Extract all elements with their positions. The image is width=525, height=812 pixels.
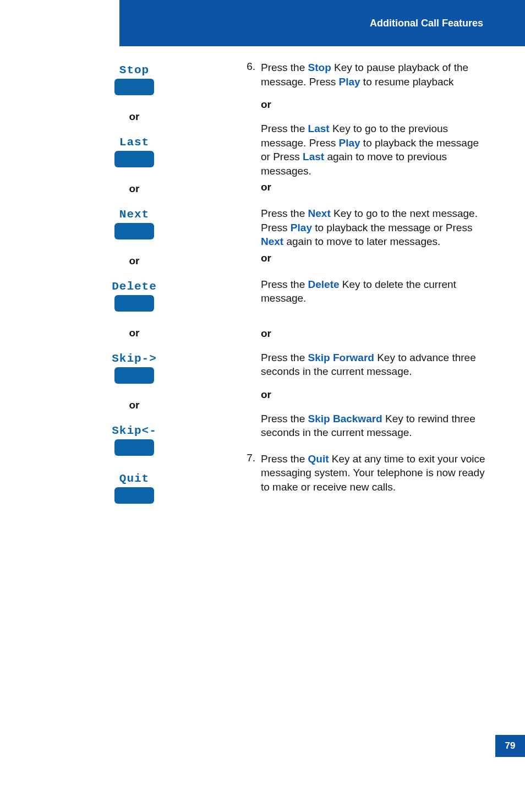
softkey-button-icon xyxy=(114,151,154,167)
softkey-column: Stop or Last or Next or Delete xyxy=(0,61,236,504)
or-separator: or xyxy=(129,399,140,411)
softkey-delete[interactable]: Delete xyxy=(112,280,157,312)
or-separator: or xyxy=(129,327,140,339)
softkey-quit[interactable]: Quit xyxy=(114,472,154,504)
keyword-quit: Quit xyxy=(308,453,329,465)
softkey-next-label: Next xyxy=(119,208,149,221)
or-separator: or xyxy=(261,388,485,402)
softkey-last[interactable]: Last xyxy=(114,136,154,167)
text: Press the xyxy=(261,123,308,134)
instructions-column: 6. Press the Stop Key to pause playback … xyxy=(236,61,525,497)
keyword-delete: Delete xyxy=(308,279,340,290)
step-body: Press the Stop Key to pause playback of … xyxy=(261,61,485,442)
step-6: 6. Press the Stop Key to pause playback … xyxy=(236,61,485,442)
softkey-stop[interactable]: Stop xyxy=(114,64,154,95)
softkey-next[interactable]: Next xyxy=(114,208,154,239)
or-inline: or xyxy=(261,181,271,193)
softkey-stop-label: Stop xyxy=(119,64,149,77)
page-number: 79 xyxy=(495,735,525,757)
or-separator: or xyxy=(129,183,140,195)
or-separator: or xyxy=(261,326,485,341)
step-number: 7. xyxy=(236,452,261,494)
keyword-play: Play xyxy=(291,222,312,233)
text: Press the xyxy=(261,62,308,73)
keyword-stop: Stop xyxy=(308,62,331,73)
softkey-button-icon xyxy=(114,79,154,95)
softkey-last-label: Last xyxy=(119,136,149,149)
section-header: Additional Call Features xyxy=(119,0,525,46)
softkey-skip-forward-label: Skip-> xyxy=(112,352,157,365)
step-7: 7. Press the Quit Key at any time to exi… xyxy=(236,452,485,494)
softkey-button-icon xyxy=(114,439,154,456)
step-number: 6. xyxy=(236,61,261,442)
text: Press the xyxy=(261,279,308,290)
text: Press the xyxy=(261,453,308,465)
keyword-last: Last xyxy=(308,123,330,134)
or-separator: or xyxy=(129,255,140,267)
text: again to move to later messages. xyxy=(283,236,440,247)
content: Stop or Last or Next or Delete xyxy=(0,61,525,504)
softkey-delete-label: Delete xyxy=(112,280,157,293)
keyword-next: Next xyxy=(308,208,331,219)
keyword-skip-forward: Skip Forward xyxy=(308,352,374,363)
section-title: Additional Call Features xyxy=(370,18,483,29)
keyword-play: Play xyxy=(339,137,360,149)
step-body: Press the Quit Key at any time to exit y… xyxy=(261,452,485,494)
text: to playback the message or Press xyxy=(312,222,472,233)
softkey-button-icon xyxy=(114,295,154,312)
softkey-button-icon xyxy=(114,223,154,239)
keyword-next: Next xyxy=(261,236,283,247)
text: to resume playback xyxy=(360,76,454,88)
softkey-quit-label: Quit xyxy=(119,472,149,485)
softkey-skip-backward[interactable]: Skip<- xyxy=(112,424,157,456)
or-separator: or xyxy=(261,97,485,112)
keyword-last: Last xyxy=(303,151,324,162)
text: Press the xyxy=(261,352,308,363)
text: Press the xyxy=(261,208,308,219)
text: Press the xyxy=(261,413,308,424)
softkey-button-icon xyxy=(114,367,154,384)
softkey-skip-backward-label: Skip<- xyxy=(112,424,157,437)
or-inline: or xyxy=(261,252,271,264)
or-separator: or xyxy=(129,111,140,123)
softkey-button-icon xyxy=(114,487,154,504)
softkey-skip-forward[interactable]: Skip-> xyxy=(112,352,157,384)
page: Additional Call Features Stop or Last or… xyxy=(0,0,525,812)
keyword-play: Play xyxy=(339,76,360,88)
keyword-skip-backward: Skip Backward xyxy=(308,413,382,424)
